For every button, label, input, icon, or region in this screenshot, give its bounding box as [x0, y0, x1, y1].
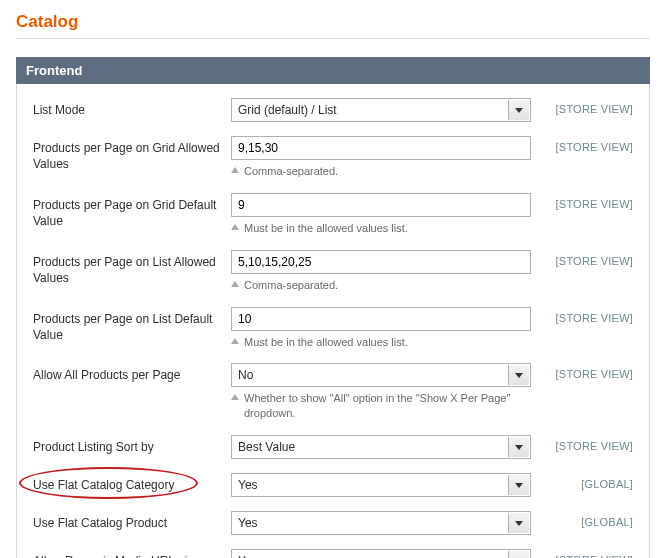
chevron-down-icon — [508, 513, 529, 533]
product-listing-sort-by-select[interactable]: Best Value — [231, 435, 531, 459]
hint-marker-icon — [231, 167, 239, 173]
scope-col: [STORE VIEW] — [531, 435, 633, 453]
scope-label: [STORE VIEW] — [556, 141, 633, 153]
hint-marker-icon — [231, 338, 239, 344]
field-hint-text: Must be in the allowed values list. — [244, 221, 408, 236]
field-control-wrap: Comma-separated. — [231, 250, 531, 293]
scope-col: [STORE VIEW] — [531, 549, 633, 558]
section-header[interactable]: Frontend — [16, 57, 650, 84]
select-value: Yes — [238, 478, 258, 492]
scope-label: [STORE VIEW] — [556, 312, 633, 324]
field-hint: Comma-separated. — [231, 278, 531, 293]
select-value: Grid (default) / List — [238, 103, 337, 117]
config-row-products-per-page-on-grid-allowed-values: Products per Page on Grid Allowed Values… — [33, 136, 633, 179]
field-control-wrap: Comma-separated. — [231, 136, 531, 179]
field-control-wrap: Yes — [231, 511, 531, 535]
config-row-use-flat-catalog-product: Use Flat Catalog ProductYes[GLOBAL] — [33, 511, 633, 535]
field-hint: Comma-separated. — [231, 164, 531, 179]
config-row-allow-all-products-per-page: Allow All Products per PageNoWhether to … — [33, 363, 633, 421]
config-row-list-mode: List ModeGrid (default) / List[STORE VIE… — [33, 98, 633, 122]
section-frontend: Frontend List ModeGrid (default) / List[… — [16, 57, 650, 558]
field-label: Product Listing Sort by — [33, 435, 231, 455]
config-row-products-per-page-on-list-default-value: Products per Page on List Default ValueM… — [33, 307, 633, 350]
allow-all-products-per-page-select[interactable]: No — [231, 363, 531, 387]
scope-label: [STORE VIEW] — [556, 554, 633, 558]
field-label: Products per Page on List Default Value — [33, 307, 231, 343]
scope-label: [GLOBAL] — [581, 516, 633, 528]
chevron-down-icon — [508, 475, 529, 495]
hint-marker-icon — [231, 281, 239, 287]
chevron-down-icon — [508, 100, 529, 120]
hint-marker-icon — [231, 394, 239, 400]
config-row-products-per-page-on-list-allowed-values: Products per Page on List Allowed Values… — [33, 250, 633, 293]
field-control-wrap: YesE.g. {{media url="path/to/image.jpg"}… — [231, 549, 531, 558]
field-label: Allow Dynamic Media URLs in Products and… — [33, 549, 231, 558]
scope-label: [STORE VIEW] — [556, 255, 633, 267]
field-label: Products per Page on Grid Allowed Values — [33, 136, 231, 172]
highlight-ellipse — [19, 467, 198, 499]
scope-label: [STORE VIEW] — [556, 198, 633, 210]
field-hint-text: Comma-separated. — [244, 164, 338, 179]
chevron-down-icon — [508, 365, 529, 385]
products-per-page-on-list-allowed-values-input[interactable] — [231, 250, 531, 274]
page-title: Catalog — [16, 12, 650, 32]
field-hint: Must be in the allowed values list. — [231, 221, 531, 236]
scope-col: [STORE VIEW] — [531, 98, 633, 116]
scope-label: [STORE VIEW] — [556, 103, 633, 115]
scope-label: [STORE VIEW] — [556, 440, 633, 452]
field-label: Use Flat Catalog Category — [33, 473, 231, 493]
field-hint: Must be in the allowed values list. — [231, 335, 531, 350]
field-label: Products per Page on List Allowed Values — [33, 250, 231, 286]
scope-label: [GLOBAL] — [581, 478, 633, 490]
config-row-allow-dynamic-media-urls-in-products-and: Allow Dynamic Media URLs in Products and… — [33, 549, 633, 558]
field-label: Allow All Products per Page — [33, 363, 231, 383]
field-hint: Whether to show "All" option in the "Sho… — [231, 391, 531, 421]
select-value: Yes — [238, 554, 258, 558]
field-label: List Mode — [33, 98, 231, 118]
scope-col: [STORE VIEW] — [531, 136, 633, 154]
title-divider — [16, 38, 650, 39]
field-hint-text: Must be in the allowed values list. — [244, 335, 408, 350]
scope-col: [GLOBAL] — [531, 511, 633, 529]
products-per-page-on-grid-allowed-values-input[interactable] — [231, 136, 531, 160]
field-label: Products per Page on Grid Default Value — [33, 193, 231, 229]
field-control-wrap: Best Value — [231, 435, 531, 459]
field-control-wrap: Must be in the allowed values list. — [231, 193, 531, 236]
field-hint-text: Whether to show "All" option in the "Sho… — [244, 391, 531, 421]
scope-col: [GLOBAL] — [531, 473, 633, 491]
hint-marker-icon — [231, 224, 239, 230]
scope-col: [STORE VIEW] — [531, 363, 633, 381]
select-value: Best Value — [238, 440, 295, 454]
use-flat-catalog-product-select[interactable]: Yes — [231, 511, 531, 535]
field-control-wrap: Yes — [231, 473, 531, 497]
config-row-use-flat-catalog-category: Use Flat Catalog CategoryYes[GLOBAL] — [33, 473, 633, 497]
chevron-down-icon — [508, 551, 529, 558]
scope-col: [STORE VIEW] — [531, 193, 633, 211]
products-per-page-on-grid-default-value-input[interactable] — [231, 193, 531, 217]
field-hint-text: Comma-separated. — [244, 278, 338, 293]
field-control-wrap: NoWhether to show "All" option in the "S… — [231, 363, 531, 421]
section-body: List ModeGrid (default) / List[STORE VIE… — [16, 84, 650, 558]
select-value: Yes — [238, 516, 258, 530]
field-control-wrap: Must be in the allowed values list. — [231, 307, 531, 350]
scope-col: [STORE VIEW] — [531, 250, 633, 268]
use-flat-catalog-category-select[interactable]: Yes — [231, 473, 531, 497]
config-row-products-per-page-on-grid-default-value: Products per Page on Grid Default ValueM… — [33, 193, 633, 236]
config-row-product-listing-sort-by: Product Listing Sort byBest Value[STORE … — [33, 435, 633, 459]
scope-col: [STORE VIEW] — [531, 307, 633, 325]
products-per-page-on-list-default-value-input[interactable] — [231, 307, 531, 331]
list-mode-select[interactable]: Grid (default) / List — [231, 98, 531, 122]
allow-dynamic-media-urls-in-products-and-select[interactable]: Yes — [231, 549, 531, 558]
select-value: No — [238, 368, 253, 382]
field-label: Use Flat Catalog Product — [33, 511, 231, 531]
field-control-wrap: Grid (default) / List — [231, 98, 531, 122]
chevron-down-icon — [508, 437, 529, 457]
scope-label: [STORE VIEW] — [556, 368, 633, 380]
